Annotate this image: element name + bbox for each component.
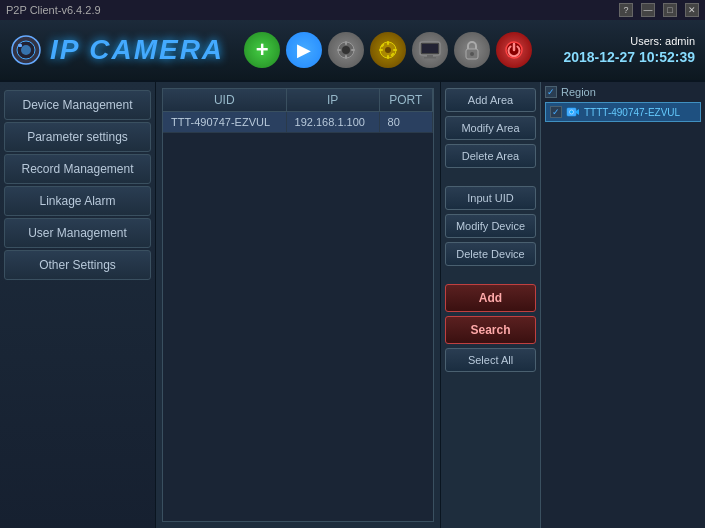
main-layout: Device Management Parameter settings Rec…	[0, 82, 705, 528]
svg-point-5	[342, 46, 350, 54]
svg-point-2	[21, 45, 31, 55]
col-port: PORT	[379, 89, 432, 112]
maximize-button[interactable]: □	[663, 3, 677, 17]
cell-uid: TTT-490747-EZVUL	[163, 112, 286, 133]
help-button[interactable]: ?	[619, 3, 633, 17]
spacer2	[445, 270, 536, 280]
svg-rect-20	[427, 55, 433, 57]
camera-logo-icon	[10, 34, 42, 66]
title-bar: P2P Client-v6.4.2.9 ? — □ ✕	[0, 0, 705, 20]
cell-ip: 192.168.1.100	[286, 112, 379, 133]
svg-rect-8	[337, 49, 341, 51]
header: IP CAMERA + ▶	[0, 20, 705, 82]
region-checkbox[interactable]: ✓	[545, 86, 557, 98]
svg-point-11	[385, 47, 391, 53]
svg-rect-13	[387, 55, 389, 59]
close-button[interactable]: ✕	[685, 3, 699, 17]
username-label: Users: admin	[563, 35, 695, 47]
select-all-button[interactable]: Select All	[445, 348, 536, 372]
col-uid: UID	[163, 89, 286, 112]
sidebar-item-device-management[interactable]: Device Management	[4, 90, 151, 120]
tree-device-item[interactable]: ✓ TTTT-490747-EZVUL	[545, 102, 701, 122]
lock-icon[interactable]	[454, 32, 490, 68]
play-icon[interactable]: ▶	[286, 32, 322, 68]
svg-marker-26	[576, 109, 579, 115]
header-right: Users: admin 2018-12-27 10:52:39	[563, 35, 695, 65]
col-ip: IP	[286, 89, 379, 112]
svg-rect-6	[345, 41, 347, 45]
settings-icon[interactable]	[328, 32, 364, 68]
monitor-icon[interactable]	[412, 32, 448, 68]
device-table-wrapper: UID IP PORT TTT-490747-EZVUL 192.168.1.1…	[162, 88, 434, 522]
svg-rect-14	[379, 49, 383, 51]
title-bar-controls: ? — □ ✕	[619, 3, 699, 17]
spacer1	[445, 172, 536, 182]
svg-rect-15	[393, 49, 397, 51]
config-icon[interactable]	[370, 32, 406, 68]
svg-rect-7	[345, 55, 347, 59]
datetime-display: 2018-12-27 10:52:39	[563, 49, 695, 65]
header-icons: + ▶	[244, 32, 532, 68]
device-checkbox[interactable]: ✓	[550, 106, 562, 118]
table-row[interactable]: TTT-490747-EZVUL 192.168.1.100 80	[163, 112, 433, 133]
sidebar-item-linkage-alarm[interactable]: Linkage Alarm	[4, 186, 151, 216]
delete-device-button[interactable]: Delete Device	[445, 242, 536, 266]
svg-point-23	[470, 52, 474, 56]
add-device-icon[interactable]: +	[244, 32, 280, 68]
sidebar-item-user-management[interactable]: User Management	[4, 218, 151, 248]
svg-rect-3	[18, 44, 22, 47]
sidebar-item-record-management[interactable]: Record Management	[4, 154, 151, 184]
minimize-button[interactable]: —	[641, 3, 655, 17]
sidebar-item-other-settings[interactable]: Other Settings	[4, 250, 151, 280]
modify-device-button[interactable]: Modify Device	[445, 214, 536, 238]
svg-rect-12	[387, 41, 389, 45]
logo-text: IP CAMERA	[50, 34, 224, 66]
sidebar-item-parameter-settings[interactable]: Parameter settings	[4, 122, 151, 152]
add-area-button[interactable]: Add Area	[445, 88, 536, 112]
cell-port: 80	[379, 112, 432, 133]
region-label: Region	[561, 86, 596, 98]
search-button[interactable]: Search	[445, 316, 536, 344]
power-icon[interactable]	[496, 32, 532, 68]
input-uid-button[interactable]: Input UID	[445, 186, 536, 210]
device-tree-label: TTTT-490747-EZVUL	[584, 107, 680, 118]
svg-rect-19	[422, 44, 438, 53]
svg-point-27	[570, 110, 574, 114]
svg-rect-9	[351, 49, 355, 51]
add-button[interactable]: Add	[445, 284, 536, 312]
content-area: UID IP PORT TTT-490747-EZVUL 192.168.1.1…	[156, 82, 440, 528]
delete-area-button[interactable]: Delete Area	[445, 144, 536, 168]
tree-header: ✓ Region	[545, 86, 701, 98]
device-table: UID IP PORT TTT-490747-EZVUL 192.168.1.1…	[163, 89, 433, 133]
sidebar: Device Management Parameter settings Rec…	[0, 82, 156, 528]
title-bar-text: P2P Client-v6.4.2.9	[6, 4, 101, 16]
camera-tree-icon	[566, 106, 580, 118]
svg-rect-21	[424, 57, 436, 59]
modify-area-button[interactable]: Modify Area	[445, 116, 536, 140]
tree-panel: ✓ Region ✓ TTTT-490747-EZVUL	[540, 82, 705, 528]
right-panel: Add Area Modify Area Delete Area Input U…	[440, 82, 540, 528]
